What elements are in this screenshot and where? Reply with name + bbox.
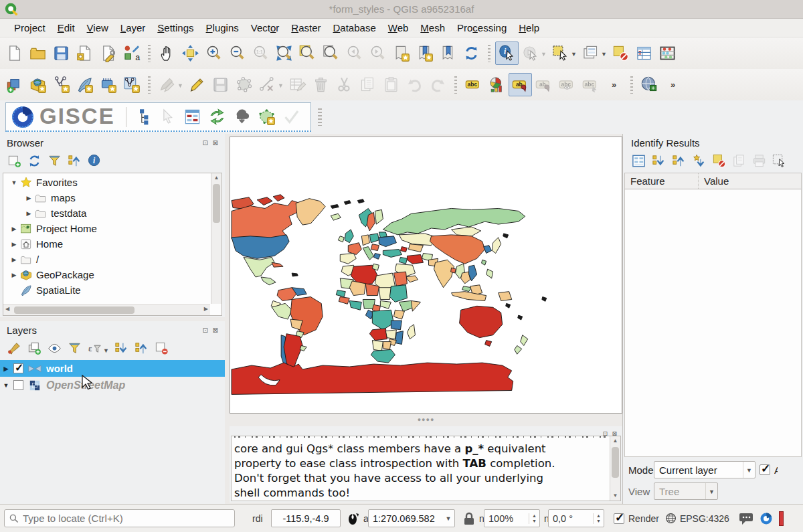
gisce-form-button[interactable] [181,105,204,128]
browser-item-project-home[interactable]: ▶Project Home [3,221,210,236]
zoom-to-layer-button[interactable] [319,41,343,65]
new-shapefile-button[interactable] [50,73,73,96]
statistical-summary-button[interactable] [656,41,679,65]
view-combo[interactable]: Tree ▼ [654,482,718,500]
gisce-tree-button[interactable] [131,105,155,128]
add-group-button[interactable] [24,338,44,358]
feature-column-header[interactable]: Feature [625,173,699,189]
new-geopackage-button[interactable] [26,73,50,96]
collapse-all-layers-button[interactable] [131,338,151,358]
locate-search-box[interactable] [4,509,235,527]
pan-to-selection-button[interactable] [179,41,202,65]
browser-close-button[interactable]: ⊠ [213,139,219,147]
layers-close-button[interactable]: ⊠ [213,327,219,334]
expander-icon[interactable]: ▼ [0,382,12,389]
remove-layer-button[interactable] [151,338,171,358]
toolbar-overflow-button[interactable]: » [602,73,626,96]
browser-item-geopackage[interactable]: ▶GeoPackage [3,267,210,282]
menu-processing[interactable]: Processing [451,19,513,36]
toolbar-drag-handle[interactable] [318,108,322,126]
scroll-thumb[interactable] [14,306,135,314]
menu-settings[interactable]: Settings [151,19,199,36]
dropdown-arrow-icon[interactable]: ▼ [278,82,284,89]
expander-icon[interactable]: ▶ [9,256,19,263]
collapse-results-button[interactable] [668,151,689,171]
expander-icon[interactable]: ▶ [23,210,34,217]
rotation-spinbox[interactable]: 0,0 ° ▲▼ [548,509,604,527]
splitter-handle[interactable]: ●●●● [230,415,622,426]
open-layer-styling-button[interactable] [4,338,24,358]
identify-mode-button[interactable] [769,151,789,171]
dropdown-arrow-icon[interactable]: ▼ [541,51,547,58]
layout-manager-button[interactable] [96,41,120,65]
manage-map-themes-button[interactable] [44,338,64,358]
pin-labels-button[interactable]: ab [509,73,532,96]
filter-by-expression-button[interactable]: ε▼ [84,338,104,358]
identify-results-body[interactable] [624,189,802,457]
expander-icon[interactable]: ▶ [9,226,19,232]
spin-up-icon[interactable]: ▲ [532,513,537,519]
scale-combo[interactable]: 1:270.069.582 ▼ [368,509,455,527]
lock-scale-icon[interactable] [462,511,476,526]
gisce-sync-button[interactable] [205,105,229,128]
map-canvas[interactable] [230,137,622,414]
expand-all-layers-button[interactable] [111,338,131,358]
menu-vector[interactable]: Vector [245,19,286,36]
new-spatialite-button[interactable] [73,73,96,96]
render-checkbox[interactable] [614,513,624,524]
layer-visibility-checkbox[interactable] [13,363,23,373]
spin-down-icon[interactable]: ▼ [596,519,601,524]
browser-vertical-scrollbar[interactable]: ▲ [211,173,221,304]
spin-up-icon[interactable]: ▲ [596,513,601,519]
browser-properties-button[interactable]: i [84,151,104,171]
metasearch-button[interactable] [638,73,661,96]
select-features-button[interactable]: ▼ [549,41,572,65]
scroll-down-icon[interactable]: ▼ [610,491,620,501]
new-mesh-button[interactable] [96,73,120,96]
scroll-up-icon[interactable]: ▲ [211,173,221,183]
save-project-button[interactable] [50,41,73,65]
menu-raster[interactable]: Raster [285,19,327,36]
menu-web[interactable]: Web [382,19,415,36]
browser-item-home[interactable]: ▶Home [3,236,210,252]
menu-edit[interactable]: Edit [52,19,81,36]
expand-results-button[interactable] [648,151,668,171]
browser-item--[interactable]: ▶/ [3,252,210,267]
dropdown-arrow-icon[interactable]: ▼ [571,51,577,58]
data-source-manager-button[interactable] [3,73,26,96]
new-project-button[interactable] [3,41,26,65]
crs-status[interactable]: EPSG:4326 [664,512,729,525]
refresh-browser-button[interactable] [24,151,44,171]
toolbar-overflow-2-button[interactable]: » [661,73,685,96]
browser-item-testdata[interactable]: ▶testdata [3,205,210,221]
menu-project[interactable]: Project [8,19,52,36]
gisce-download-button[interactable] [230,105,254,128]
toggle-editing-button[interactable] [185,73,209,96]
deselect-features-button[interactable] [609,41,632,65]
news-icon[interactable] [759,511,774,526]
zoom-out-button[interactable] [226,41,249,65]
menu-mesh[interactable]: Mesh [414,19,451,36]
style-manager-button[interactable]: a [120,41,143,65]
gisce-polygon-settings-button[interactable] [255,105,278,128]
scroll-right-icon[interactable]: ▶ [204,306,208,312]
menu-help[interactable]: Help [513,19,545,36]
magnifier-spinbox[interactable]: 100% ▲▼ [484,509,540,527]
expander-icon[interactable]: ▼ [9,179,19,186]
refresh-map-button[interactable] [460,41,483,65]
browser-item-favorites[interactable]: ▼Favorites [3,175,210,190]
scroll-thumb[interactable] [213,184,220,223]
menu-plugins[interactable]: Plugins [200,19,245,36]
zoom-in-button[interactable] [202,41,226,65]
menu-layer[interactable]: Layer [114,19,152,36]
messages-icon[interactable] [739,511,753,526]
browser-item-spatialite[interactable]: SpatiaLite [3,282,210,298]
pan-map-button[interactable] [155,41,179,65]
browser-item-maps[interactable]: ▶maps [3,190,210,205]
clear-results-button[interactable] [709,151,729,171]
show-spatial-bookmarks-button[interactable] [413,41,436,65]
value-column-header[interactable]: Value [699,175,729,187]
render-toggle[interactable]: Render [610,513,659,524]
layer-visibility-checkbox[interactable] [13,380,23,390]
extents-mouse-toggle-icon[interactable] [346,511,361,526]
